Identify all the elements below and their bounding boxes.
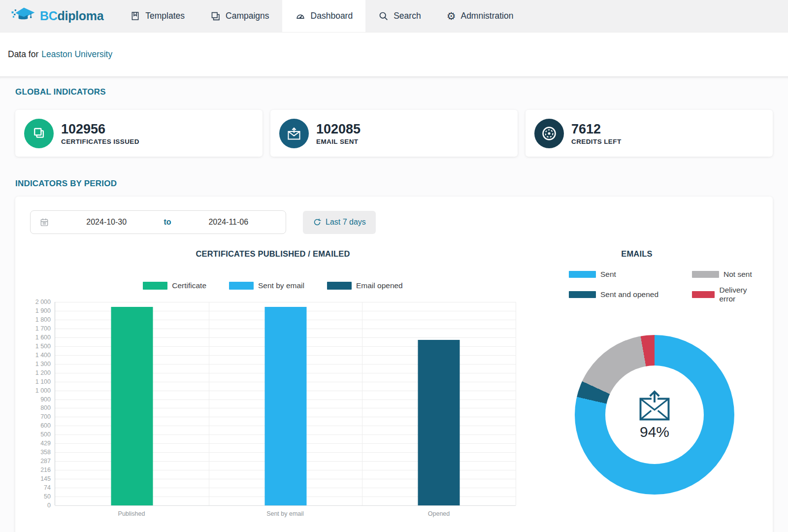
last-7-days-button[interactable]: Last 7 days — [303, 211, 376, 234]
date-range-picker[interactable]: 2024-10-30 to 2024-11-06 — [30, 210, 286, 234]
y-axis-tick: 1 600 — [35, 334, 51, 341]
nav-item-templates[interactable]: Templates — [117, 0, 197, 32]
legend-swatch — [692, 291, 715, 298]
y-axis-tick: 1 800 — [35, 316, 51, 323]
y-axis-tick: 700 — [40, 413, 51, 420]
email-sent-icon — [637, 389, 672, 424]
templates-icon — [130, 11, 140, 21]
legend-item-not-sent[interactable]: Not sent — [692, 270, 758, 279]
y-axis: 2 0001 9001 8001 7001 6001 5001 4001 300… — [30, 302, 55, 505]
y-axis-tick: 74 — [44, 484, 51, 491]
donut-chart-title: EMAILS — [516, 249, 758, 259]
legend-item-sent-and-opened[interactable]: Sent and opened — [569, 286, 692, 303]
legend-label: Sent and opened — [600, 290, 658, 299]
bar-chart: CERTIFICATES PUBLISHED / EMAILED Certifi… — [30, 249, 516, 517]
nav-item-search[interactable]: Search — [365, 0, 433, 32]
search-icon — [378, 11, 389, 21]
campaigns-icon — [210, 11, 221, 21]
y-axis-tick: 1 000 — [35, 387, 51, 394]
main-nav: TemplatesCampaignsDashboardSearch⚙Admnis… — [117, 0, 526, 32]
donut-chart-legend: SentNot sentSent and openedDelivery erro… — [569, 270, 758, 303]
donut-center: 94% — [605, 366, 704, 464]
date-to-field[interactable]: 2024-11-06 — [171, 218, 286, 227]
gridline — [55, 302, 516, 302]
bar-plot-area — [55, 302, 516, 505]
vertical-gridline — [209, 302, 209, 505]
x-axis-labels: PublishedSent by emailOpened — [55, 510, 516, 517]
legend-item-sent-by-email[interactable]: Sent by email — [229, 281, 304, 290]
bar-sent-by-email — [264, 307, 306, 505]
legend-label: Email opened — [356, 281, 403, 290]
subheader-prefix: Data for — [8, 49, 38, 60]
legend-swatch — [692, 271, 719, 278]
legend-item-email-opened[interactable]: Email opened — [327, 281, 403, 290]
gridline — [55, 505, 516, 506]
legend-swatch — [229, 282, 254, 290]
card-value: 102085 — [316, 121, 361, 137]
charts-row: CERTIFICATES PUBLISHED / EMAILED Certifi… — [30, 249, 758, 517]
legend-item-sent[interactable]: Sent — [569, 270, 692, 279]
period-panel: 2024-10-30 to 2024-11-06 Last 7 days — [15, 197, 773, 532]
bar-chart-legend: CertificateSent by emailEmail opened — [30, 281, 516, 290]
y-axis-tick: 1 400 — [35, 352, 51, 359]
main-content: GLOBAL INDICATORS 102956CERTIFICATES ISS… — [0, 76, 788, 532]
legend-item-certificate[interactable]: Certificate — [143, 281, 206, 290]
brand-logo[interactable]: BCdiploma — [0, 0, 117, 32]
y-axis-tick: 1 700 — [35, 325, 51, 332]
card-text: 7612CREDITS LEFT — [571, 121, 622, 145]
legend-label: Not sent — [723, 270, 752, 279]
legend-swatch — [143, 282, 167, 290]
donut-ring: 94% — [575, 335, 734, 495]
card-label: EMAIL SENT — [316, 138, 361, 145]
y-axis-tick: 1 100 — [35, 378, 51, 385]
y-axis-tick: 1 200 — [35, 369, 51, 376]
legend-item-delivery-error[interactable]: Delivery error — [692, 286, 758, 303]
credits-icon — [534, 119, 564, 148]
certificates-icon — [24, 119, 54, 148]
date-from-field[interactable]: 2024-10-30 — [49, 218, 164, 227]
y-axis-tick: 1 300 — [35, 361, 51, 367]
organization-link[interactable]: Leaston University — [41, 49, 112, 60]
legend-label: Sent by email — [258, 281, 304, 290]
vertical-gridline — [516, 302, 516, 505]
x-axis-label: Opened — [362, 510, 516, 517]
refresh-icon — [313, 218, 322, 227]
date-range-separator: to — [164, 218, 171, 227]
card-label: CREDITS LEFT — [571, 138, 622, 145]
legend-swatch — [569, 271, 596, 278]
donut-center-value: 94% — [640, 424, 669, 440]
indicator-cards: 102956CERTIFICATES ISSUED102085EMAIL SEN… — [15, 110, 773, 157]
gear-icon: ⚙ — [447, 11, 456, 21]
y-axis-tick: 800 — [40, 404, 51, 411]
bcdiploma-dashboard: BCdiploma TemplatesCampaignsDashboardSea… — [0, 0, 788, 532]
x-axis-label: Published — [55, 510, 208, 517]
global-indicators-title: GLOBAL INDICATORS — [15, 87, 773, 97]
calendar-icon[interactable] — [39, 217, 49, 227]
nav-item-dashboard[interactable]: Dashboard — [282, 0, 366, 32]
y-axis-tick: 50 — [44, 493, 51, 500]
y-axis-tick: 287 — [40, 458, 51, 465]
subheader: Data for Leaston University — [0, 33, 788, 76]
legend-swatch — [569, 291, 596, 298]
card-label: CERTIFICATES ISSUED — [61, 138, 139, 145]
card-certificates-issued: 102956CERTIFICATES ISSUED — [15, 110, 263, 157]
card-value: 7612 — [571, 121, 622, 137]
y-axis-tick: 1 900 — [35, 307, 51, 314]
brand-name: BCdiploma — [40, 9, 103, 23]
y-axis-tick: 145 — [40, 475, 51, 482]
nav-item-campaigns[interactable]: Campaigns — [197, 0, 282, 32]
last-7-days-label: Last 7 days — [326, 218, 366, 227]
period-controls: 2024-10-30 to 2024-11-06 Last 7 days — [30, 210, 758, 234]
nav-item-label: Campaigns — [226, 11, 269, 21]
email-sent-icon — [279, 119, 309, 148]
y-axis-tick: 0 — [47, 502, 51, 509]
card-text: 102085EMAIL SENT — [316, 121, 361, 145]
donut-chart: EMAILS SentNot sentSent and openedDelive… — [516, 249, 758, 517]
y-axis-tick: 2 000 — [35, 299, 51, 305]
nav-item-label: Admnistration — [460, 11, 513, 21]
card-value: 102956 — [61, 121, 139, 137]
nav-item-admnistration[interactable]: ⚙Admnistration — [434, 0, 526, 32]
y-axis-tick: 600 — [40, 422, 51, 429]
bar-opened — [418, 340, 460, 505]
y-axis-tick: 216 — [40, 466, 51, 473]
